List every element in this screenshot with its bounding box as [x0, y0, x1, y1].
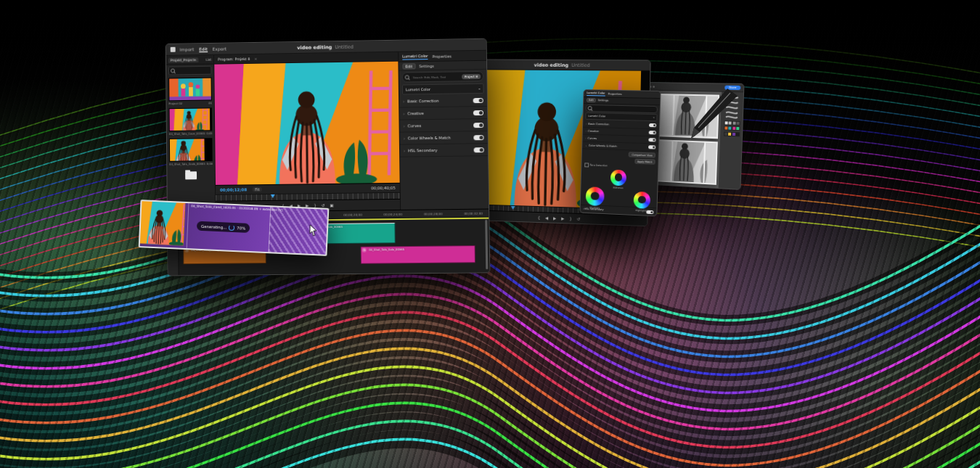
section-basic-correction[interactable]: › Basic Correction: [399, 94, 487, 108]
chevron-right-icon: ›: [404, 149, 405, 153]
section-toggle[interactable]: [648, 145, 656, 149]
section-toggle[interactable]: [473, 123, 483, 128]
face-detection-checkbox[interactable]: [584, 163, 589, 167]
window-title: video editingUntitled: [476, 62, 650, 68]
search-icon: [405, 75, 409, 79]
program-monitor: Program: Projekt 8 × 00;00;12;08 Fit 00;…: [214, 52, 400, 212]
highlights-wheel[interactable]: [633, 191, 650, 208]
project-search-field: [168, 66, 211, 75]
color-swatches[interactable]: [724, 120, 739, 136]
timeline-clip-pink[interactable]: fx 04_Shot_Tats_Solo_00365: [361, 245, 475, 264]
apply-match-button[interactable]: Apply Match: [634, 159, 656, 165]
preset-dropdown[interactable]: Lumetri Color▾: [402, 83, 484, 95]
chevron-right-icon: ›: [404, 124, 405, 128]
drag-cursor-icon: [309, 225, 319, 237]
color-wheels: Midtones Shadows Highlights: [581, 168, 658, 208]
share-button[interactable]: Share: [724, 86, 740, 90]
loop-icon[interactable]: ↺: [322, 203, 325, 208]
project-panel: Projekt_Projects List Project 024K 04_Sh…: [166, 55, 216, 213]
loop-icon[interactable]: ↺: [577, 216, 581, 221]
close-icon[interactable]: ×: [254, 57, 257, 60]
menu-import[interactable]: Import: [180, 46, 195, 52]
section-toggle[interactable]: [473, 110, 483, 115]
section-toggle[interactable]: [646, 210, 653, 213]
tab-settings[interactable]: Settings: [598, 99, 609, 102]
current-timecode: 00;00;12;08: [220, 187, 247, 192]
home-icon[interactable]: [171, 47, 176, 52]
folder-icon[interactable]: [185, 171, 197, 179]
window-control-icon[interactable]: [653, 86, 655, 88]
fx-badge-icon: fx: [362, 248, 367, 253]
playhead-icon[interactable]: [271, 194, 275, 198]
tab-program[interactable]: Program: Projekt 8: [218, 57, 250, 61]
chevron-right-icon: ›: [586, 129, 587, 132]
zoom-level-dropdown[interactable]: Fit: [253, 187, 261, 192]
generating-region: 04_Shot_Solo_Cand_1620.01 - 0120318.09 +…: [187, 203, 328, 255]
generating-status-pill: Generating... 70%: [197, 221, 250, 233]
tab-lumetri-color[interactable]: Lumetri Color: [587, 91, 605, 96]
selected-clip-chip[interactable]: Project 8: [462, 73, 481, 78]
video-preview[interactable]: [214, 62, 399, 185]
asset-item[interactable]: 04_Shot_Tats_Grab_003650;08: [169, 138, 213, 168]
promo-stage: Share: [0, 0, 980, 468]
section-curves[interactable]: › Curves: [399, 119, 487, 133]
brush-panel: [719, 92, 743, 189]
pending-frames-hatch: [269, 207, 328, 255]
step-back-icon[interactable]: ◀: [545, 215, 548, 220]
mark-out-icon[interactable]: }: [569, 216, 572, 221]
lumetri-subtabs: Edit Settings: [399, 61, 486, 71]
mark-in-icon[interactable]: {: [538, 215, 541, 219]
project-panel-tabs: Projekt_Projects List: [166, 55, 213, 65]
menu-edit[interactable]: Edit: [199, 46, 208, 52]
shadows-wheel[interactable]: [586, 186, 605, 206]
chevron-right-icon: ›: [404, 136, 405, 141]
view-toggle[interactable]: List: [205, 57, 211, 61]
section-creative[interactable]: › Creative: [399, 107, 487, 120]
playhead-icon[interactable]: [511, 206, 515, 210]
step-forward-icon[interactable]: ▶: [561, 216, 564, 221]
spinner-icon: [229, 224, 234, 230]
generative-extend-clip[interactable]: 04_Shot_Solo_Cand_1620.01 - 0120318.09 +…: [139, 200, 330, 256]
section-toggle[interactable]: [649, 131, 656, 134]
chevron-right-icon: ›: [586, 122, 587, 125]
effects-search-field: Project 8: [402, 71, 484, 83]
lumetri-panel: Lumetri Color Properties Edit Settings P…: [398, 51, 489, 210]
export-frame-icon[interactable]: ▣: [330, 203, 333, 208]
tab-edit[interactable]: Edit: [402, 63, 415, 69]
tab-settings[interactable]: Settings: [419, 63, 434, 67]
chevron-right-icon: ›: [403, 99, 404, 104]
chevron-right-icon: ›: [403, 112, 404, 116]
effects-search-input[interactable]: [412, 74, 460, 80]
chevron-down-icon: ⌄: [585, 144, 587, 147]
duration-timecode: 00;00;40;05: [371, 186, 396, 190]
comparison-view-button[interactable]: Comparison View: [629, 152, 656, 157]
timeline-scrollbar[interactable]: [485, 220, 488, 270]
lumetri-float-panel: Lumetri Color Properties Edit Settings L…: [579, 89, 661, 216]
brush-previews[interactable]: [724, 94, 740, 120]
tab-properties[interactable]: Properties: [433, 54, 452, 58]
section-toggle[interactable]: [648, 138, 656, 141]
section-toggle[interactable]: [474, 147, 484, 152]
play-icon[interactable]: ▶: [553, 215, 556, 220]
tab-properties[interactable]: Properties: [608, 92, 621, 96]
search-icon: [588, 106, 592, 110]
clip-thumbnail: [140, 201, 189, 248]
midtones-label: Midtones: [611, 186, 626, 189]
midtones-wheel[interactable]: [611, 169, 626, 186]
tab-project[interactable]: Projekt_Projects: [168, 57, 198, 63]
search-icon: [171, 69, 175, 73]
menu-export[interactable]: Export: [213, 46, 227, 52]
storyboard-frame[interactable]: [653, 94, 719, 139]
asset-item[interactable]: Project 024K: [168, 78, 212, 107]
section-toggle[interactable]: [473, 135, 483, 140]
asset-item[interactable]: 04_Shot_Tats_Cave_003650;05: [169, 107, 213, 137]
section-toggle[interactable]: [473, 97, 483, 102]
section-color-wheels[interactable]: › Color Wheels & Match: [400, 131, 488, 145]
section-hsl-secondary[interactable]: › HSL Secondary: [400, 144, 488, 157]
chevron-right-icon: ›: [585, 136, 586, 139]
tab-lumetri-color[interactable]: Lumetri Color: [402, 54, 428, 60]
tab-edit[interactable]: Edit: [587, 98, 596, 102]
project-search-input[interactable]: [175, 67, 210, 73]
storyboard-frame[interactable]: [652, 139, 718, 184]
section-toggle[interactable]: [649, 123, 656, 127]
